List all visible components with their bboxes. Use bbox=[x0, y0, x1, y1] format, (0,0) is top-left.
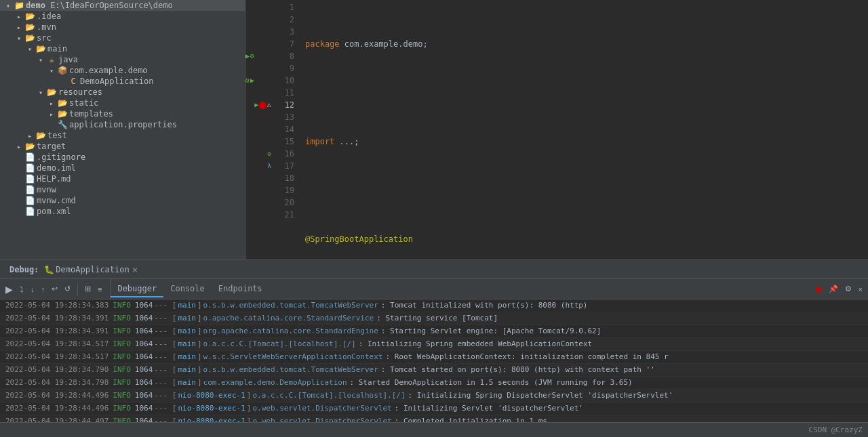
lambda-icon: λ bbox=[268, 160, 271, 172]
gutter-12[interactable]: ▶ ⚠ bbox=[245, 99, 273, 111]
gutter-15 bbox=[245, 136, 273, 148]
gutter-11 bbox=[245, 87, 273, 99]
log-line-7: 2022-05-04 19:28:34.798 INFO 1064 --- [ … bbox=[0, 377, 868, 390]
gutter-area: ▶ ⚙ ⚙ ▶ ▶ ⚠ bbox=[245, 0, 273, 259]
debug-close-button[interactable]: × bbox=[132, 264, 138, 275]
mvnw-cmd-label: mvnw.cmd bbox=[37, 196, 76, 205]
folder-icon: 📂 bbox=[35, 44, 46, 54]
resources-folder[interactable]: 📂 resources bbox=[0, 87, 245, 98]
main-arrow bbox=[24, 45, 35, 53]
log-line-3: 2022-05-04 19:28:34.391 INFO 1064 --- [ … bbox=[0, 325, 868, 338]
mvn-label: .mvn bbox=[37, 22, 56, 32]
test-folder[interactable]: 📂 test bbox=[0, 130, 245, 141]
project-root[interactable]: 📁 demo E:\IdeaForOpenSource\demo bbox=[0, 0, 245, 11]
target-arrow bbox=[14, 143, 24, 150]
demo-iml-file[interactable]: 📄 demo.iml bbox=[0, 163, 245, 173]
test-arrow bbox=[24, 132, 35, 140]
mvnw-cmd-file[interactable]: 📄 mvnw.cmd bbox=[0, 195, 245, 206]
app-properties-file[interactable]: 🔧 application.properties bbox=[0, 119, 245, 130]
close-debug-button[interactable]: × bbox=[856, 284, 865, 295]
gutter-2 bbox=[245, 14, 273, 26]
code-line-8: @SpringBootApplication bbox=[305, 233, 868, 245]
file-icon: 📄 bbox=[24, 196, 35, 205]
package-label: com.example.demo bbox=[69, 66, 148, 75]
static-folder[interactable]: 📂 static bbox=[0, 98, 245, 108]
step-over-button[interactable]: ⤵ bbox=[17, 284, 26, 295]
mvnw-label: mvnw bbox=[37, 185, 56, 194]
step-out-button[interactable]: ↑ bbox=[39, 284, 48, 295]
tab-debugger[interactable]: Debugger bbox=[111, 281, 163, 297]
settings-debug-button[interactable]: ⚙ bbox=[842, 283, 854, 295]
frames-button[interactable]: ⊞ bbox=[82, 283, 94, 295]
mvnw-file[interactable]: 📄 mvnw bbox=[0, 184, 245, 195]
ln-3: 3 bbox=[273, 26, 294, 38]
file-icon: 📄 bbox=[24, 152, 35, 162]
ln-9: 9 bbox=[273, 62, 294, 75]
idea-folder[interactable]: 📂 .idea bbox=[0, 11, 245, 22]
package-folder[interactable]: 📦 com.example.demo bbox=[0, 65, 245, 76]
code-line-1: package com.example.demo; bbox=[305, 38, 868, 50]
gutter-17[interactable]: λ bbox=[245, 160, 273, 172]
gitignore-label: .gitignore bbox=[37, 152, 85, 162]
target-label: target bbox=[37, 142, 66, 151]
folder-icon: 📂 bbox=[57, 98, 68, 108]
main-folder[interactable]: 📂 main bbox=[0, 43, 245, 54]
class-label: DemoApplication bbox=[80, 77, 153, 86]
cls-1: o.s.b.w.embedded.tomcat.TomcatWebServer bbox=[203, 300, 378, 311]
folder-icon: 📂 bbox=[24, 12, 35, 21]
gutter-10[interactable]: ⚙ ▶ bbox=[245, 75, 273, 87]
folder-icon: 📂 bbox=[57, 109, 68, 119]
stop-button[interactable]: ■ bbox=[813, 283, 824, 296]
target-folder[interactable]: 📂 target bbox=[0, 141, 245, 152]
gutter-8[interactable]: ▶ ⚙ bbox=[245, 50, 273, 62]
java-folder[interactable]: ☕ java bbox=[0, 54, 245, 65]
templates-arrow bbox=[46, 110, 57, 118]
templates-folder[interactable]: 📂 templates bbox=[0, 108, 245, 119]
ln-10: 10 bbox=[273, 75, 294, 87]
ln-21: 21 bbox=[273, 209, 294, 221]
ln-7: 7 bbox=[273, 38, 294, 50]
tab-endpoints[interactable]: Endpoints bbox=[212, 281, 269, 297]
ts-1: 2022-05-04 19:28:34.383 bbox=[5, 300, 108, 311]
log-line-9: 2022-05-04 19:28:44.496 INFO 1064 --- [ … bbox=[0, 402, 868, 415]
br-1: ] bbox=[197, 300, 202, 311]
mvn-folder[interactable]: 📂 .mvn bbox=[0, 22, 245, 33]
ln-11: 11 bbox=[273, 87, 294, 99]
gutter-16: ⚙ bbox=[245, 148, 273, 160]
iml-label: demo.iml bbox=[37, 163, 76, 173]
folder-icon: 📂 bbox=[24, 33, 35, 43]
ln-15: 15 bbox=[273, 136, 294, 148]
java-src-icon: ☕ bbox=[46, 55, 57, 64]
evaluate-button[interactable]: ↺ bbox=[62, 283, 73, 295]
log-line-4: 2022-05-04 19:28:34.517 INFO 1064 --- [ … bbox=[0, 338, 868, 351]
step-into-button[interactable]: ↓ bbox=[28, 284, 37, 295]
xml-icon: 📄 bbox=[24, 207, 35, 216]
src-folder[interactable]: 📂 src bbox=[0, 33, 245, 43]
help-md-file[interactable]: 📄 HELP.md bbox=[0, 173, 245, 184]
code-editor: ▶ ⚙ ⚙ ▶ ▶ ⚠ bbox=[245, 0, 868, 259]
pkg-arrow bbox=[46, 67, 57, 75]
tab-console[interactable]: Console bbox=[163, 281, 212, 297]
debug-app-name: DemoApplication bbox=[56, 265, 129, 274]
gutter-1 bbox=[245, 1, 273, 14]
log-line-1: 2022-05-04 19:28:34.383 INFO 1064 --- [ … bbox=[0, 299, 868, 312]
threads-button[interactable]: ≡ bbox=[95, 284, 104, 295]
run-to-cursor-button[interactable]: ↩ bbox=[49, 283, 60, 295]
resources-arrow bbox=[35, 89, 46, 96]
code-line-7 bbox=[305, 184, 868, 196]
warning-icon: ⚠ bbox=[267, 99, 271, 111]
gutter-7 bbox=[245, 38, 273, 50]
gitignore-file[interactable]: 📄 .gitignore bbox=[0, 152, 245, 163]
resume-button[interactable]: ▶ bbox=[3, 283, 16, 296]
gutter-9 bbox=[245, 62, 273, 75]
debug-tabs-toolbar: ▶ ⤵ ↓ ↑ ↩ ↺ ⊞ ≡ Debugger Console Endpoin… bbox=[0, 279, 868, 299]
pin-button[interactable]: 📌 bbox=[826, 283, 841, 295]
demo-application-class[interactable]: C DemoApplication bbox=[0, 76, 245, 87]
editor-content: ▶ ⚙ ⚙ ▶ ▶ ⚠ bbox=[245, 0, 868, 259]
static-arrow bbox=[46, 100, 57, 107]
pom-xml-file[interactable]: 📄 pom.xml bbox=[0, 206, 245, 217]
ln-18: 18 bbox=[273, 172, 294, 184]
toolbar-sep-1 bbox=[77, 283, 78, 295]
gutter-20 bbox=[245, 196, 273, 209]
log-line-8: 2022-05-04 19:28:44.496 INFO 1064 --- [ … bbox=[0, 390, 868, 402]
